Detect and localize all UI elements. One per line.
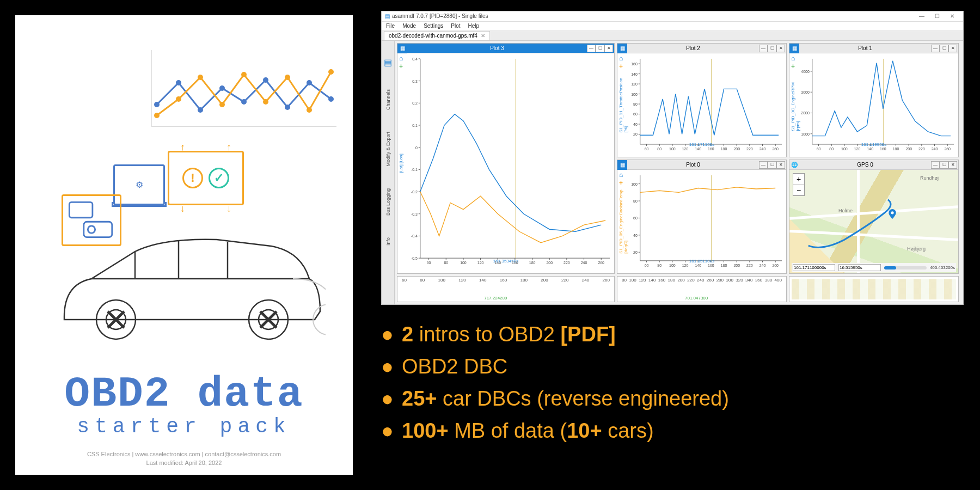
menu-mode[interactable]: Mode (402, 23, 416, 29)
plot3-canvas[interactable]: ⌂ + [Lat] [Lon] 608010012014016018020022… (397, 53, 614, 273)
zoom-out-button[interactable]: − (793, 185, 804, 195)
asammdf-window: ▤ asammdf 7.0.7 [PID=2880] - Single file… (381, 11, 964, 305)
window-minimize-button[interactable]: — (914, 13, 929, 19)
panel-close-button[interactable]: ✕ (948, 45, 957, 52)
warning-icon: ! (182, 168, 203, 188)
sidebar-item-modify-export[interactable]: Modify & Export (385, 132, 391, 167)
file-tab[interactable]: obd2-decoded-with-canmod-gps.mf4 ✕ (384, 31, 490, 40)
plot-panel-0: ▦ Plot 0 —☐✕ ⌂+ S1_PID_05_EngineCoolantT… (617, 160, 787, 274)
plot1-canvas[interactable]: ⌂+ S1_PID_0C_EngineRPM [rpm] 60801001201… (789, 53, 958, 157)
svg-text:180: 180 (721, 147, 727, 151)
svg-text:-0.4: -0.4 (411, 234, 418, 238)
panel-close-button[interactable]: ✕ (948, 161, 957, 169)
plot-panel-3: ▦ Plot 3 — ☐ ✕ ⌂ + [Lat] [Lon] 608010012… (397, 43, 615, 274)
bullet-item: 2 intros to OBD2 [PDF] (381, 318, 729, 351)
menu-settings[interactable]: Settings (424, 23, 443, 29)
panel-grid-icon[interactable]: ▦ (617, 44, 627, 53)
svg-text:100: 100 (631, 182, 638, 186)
globe-icon[interactable]: 🌐 (789, 160, 799, 170)
plot0-canvas[interactable]: ⌂+ S1_PID_05_EngineCoolantTemp [degC] 60… (617, 170, 786, 273)
overview-thumb-a[interactable]: 6080100120140160180200220240260 717.2242… (397, 276, 615, 302)
add-icon[interactable]: + (791, 63, 795, 70)
panel-maximize-button[interactable]: ☐ (940, 45, 948, 52)
panel-maximize-button[interactable]: ☐ (768, 45, 776, 52)
svg-point-184 (891, 211, 893, 214)
panel-minimize-button[interactable]: — (931, 161, 940, 169)
gps-trace (789, 170, 958, 262)
sidebar-item-bus-logging[interactable]: Bus Logging (385, 188, 391, 216)
bullet-item: OBD2 DBC (381, 351, 729, 383)
svg-text:80: 80 (633, 199, 638, 203)
plot-panel-1: ▦ Plot 1 —☐✕ ⌂+ S1_PID_0C_EngineRPM [rpm… (789, 43, 959, 157)
svg-text:180: 180 (721, 264, 727, 267)
home-icon[interactable]: ⌂ (619, 171, 623, 178)
panel-header-plot1[interactable]: ▦ Plot 1 —☐✕ (789, 44, 958, 53)
plot2-canvas[interactable]: ⌂+ S1_PID_11_ThrottlePosition [%] 608010… (617, 53, 786, 157)
panel-grid-icon[interactable]: ▦ (397, 44, 407, 53)
svg-text:80: 80 (829, 147, 834, 151)
panel-maximize-button[interactable]: ☐ (596, 45, 604, 52)
svg-text:20: 20 (633, 132, 638, 136)
svg-text:260: 260 (772, 147, 779, 151)
svg-text:160: 160 (708, 147, 714, 151)
panel-header-gps[interactable]: 🌐 GPS 0 —☐✕ (789, 160, 958, 170)
sidebar-item-channels[interactable]: Channels (385, 89, 391, 110)
menu-help[interactable]: Help (468, 23, 480, 29)
panel-grid-icon[interactable]: ▦ (617, 160, 627, 170)
svg-text:220: 220 (746, 264, 753, 267)
svg-text:120: 120 (631, 82, 638, 86)
panel-minimize-button[interactable]: — (587, 45, 596, 52)
home-icon[interactable]: ⌂ (791, 55, 795, 62)
sidebar-item-info[interactable]: Info (385, 237, 391, 246)
panel-close-button[interactable]: ✕ (776, 161, 785, 169)
svg-text:0.3: 0.3 (412, 79, 418, 83)
svg-point-1 (176, 80, 181, 85)
svg-text:260: 260 (944, 147, 951, 151)
menu-plot[interactable]: Plot (451, 23, 460, 29)
panel-close-button[interactable]: ✕ (776, 45, 785, 52)
feature-bullets: 2 intros to OBD2 [PDF] OBD2 DBC 25+ car … (381, 318, 729, 447)
add-icon[interactable]: + (399, 63, 403, 70)
panel-title: Plot 2 (627, 45, 759, 51)
overview-thumb-c[interactable] (789, 276, 959, 302)
svg-text:140: 140 (695, 264, 701, 267)
svg-text:60: 60 (817, 147, 821, 151)
add-icon[interactable]: + (619, 180, 623, 186)
panel-close-button[interactable]: ✕ (604, 45, 613, 52)
panel-header-plot0[interactable]: ▦ Plot 0 —☐✕ (617, 160, 786, 170)
title-subtitle: starter pack (32, 415, 336, 438)
svg-text:120: 120 (854, 147, 861, 151)
svg-text:60: 60 (633, 216, 638, 220)
zoom-in-button[interactable]: + (793, 174, 804, 185)
panel-header-plot2[interactable]: ▦ Plot 2 —☐✕ (617, 44, 786, 53)
window-titlebar[interactable]: ▤ asammdf 7.0.7 [PID=2880] - Single file… (382, 11, 963, 22)
panel-maximize-button[interactable]: ☐ (940, 161, 948, 169)
svg-text:100: 100 (669, 264, 676, 267)
window-maximize-button[interactable]: ☐ (929, 13, 945, 19)
overview-thumb-b[interactable]: 8010012014016018020022024026028030032034… (617, 276, 787, 302)
panel-minimize-button[interactable]: — (759, 161, 768, 169)
svg-point-7 (307, 80, 312, 85)
panel-minimize-button[interactable]: — (759, 45, 768, 52)
gps-time-slider[interactable] (884, 266, 927, 270)
window-close-button[interactable]: ✕ (945, 13, 960, 19)
close-icon[interactable]: ✕ (481, 33, 485, 39)
svg-text:20: 20 (633, 250, 638, 254)
home-icon[interactable]: ⌂ (399, 55, 403, 62)
sidebar: ▤ Channels Modify & Export Bus Logging I… (382, 41, 395, 304)
panel-header-plot3[interactable]: ▦ Plot 3 — ☐ ✕ (397, 44, 614, 53)
home-icon[interactable]: ⌂ (619, 55, 623, 62)
gps-time-cursor-input[interactable] (838, 264, 881, 271)
sidebar-icon[interactable]: ▤ (384, 57, 392, 68)
panel-minimize-button[interactable]: — (931, 45, 940, 52)
gps-map[interactable]: Rundhøj Holme Højbjerg + − (789, 170, 958, 273)
svg-point-15 (285, 75, 290, 80)
panel-maximize-button[interactable]: ☐ (768, 161, 776, 169)
panel-grid-icon[interactable]: ▦ (789, 44, 799, 53)
gps-time-start-input[interactable] (793, 264, 835, 271)
svg-text:140: 140 (867, 147, 873, 151)
add-icon[interactable]: + (619, 63, 623, 70)
menu-file[interactable]: File (386, 23, 395, 29)
svg-text:160: 160 (880, 147, 886, 151)
svg-text:80: 80 (657, 264, 661, 267)
